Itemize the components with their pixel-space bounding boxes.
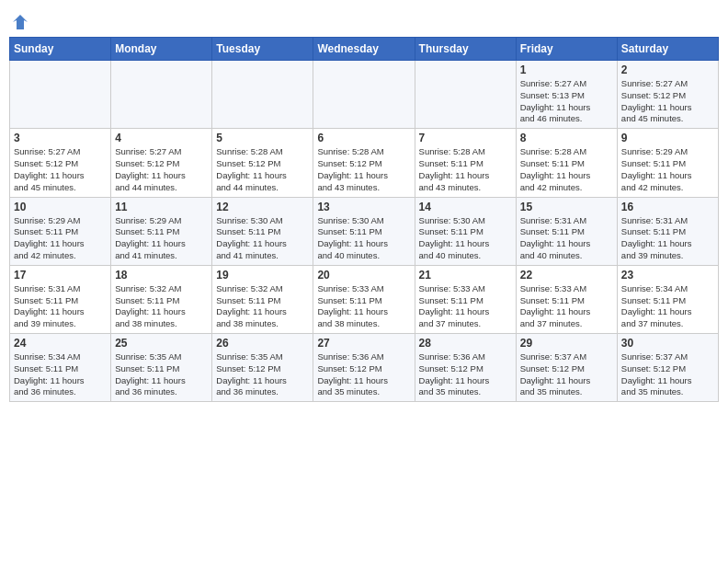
day-number: 10 bbox=[14, 201, 107, 213]
calendar-cell bbox=[111, 61, 212, 129]
day-number: 16 bbox=[621, 201, 714, 213]
calendar-cell: 15Sunrise: 5:31 AM Sunset: 5:11 PM Dayli… bbox=[516, 197, 617, 265]
day-number: 13 bbox=[317, 201, 410, 213]
day-number: 28 bbox=[419, 337, 512, 350]
svg-marker-0 bbox=[13, 15, 28, 29]
logo-bird-icon bbox=[11, 13, 29, 31]
day-number: 26 bbox=[216, 337, 309, 350]
calendar-cell bbox=[10, 61, 111, 129]
calendar-cell: 1Sunrise: 5:27 AM Sunset: 5:13 PM Daylig… bbox=[516, 61, 617, 129]
day-info: Sunrise: 5:32 AM Sunset: 5:11 PM Dayligh… bbox=[216, 283, 309, 330]
day-info: Sunrise: 5:30 AM Sunset: 5:11 PM Dayligh… bbox=[317, 215, 410, 262]
day-number: 17 bbox=[14, 269, 107, 282]
weekday-header-monday: Monday bbox=[111, 38, 212, 61]
calendar-cell: 26Sunrise: 5:35 AM Sunset: 5:12 PM Dayli… bbox=[212, 334, 313, 402]
day-number: 1 bbox=[520, 63, 613, 76]
calendar-cell: 24Sunrise: 5:34 AM Sunset: 5:11 PM Dayli… bbox=[10, 334, 111, 402]
day-number: 29 bbox=[520, 337, 613, 350]
day-number: 14 bbox=[419, 201, 512, 213]
calendar-cell: 8Sunrise: 5:28 AM Sunset: 5:11 PM Daylig… bbox=[516, 129, 617, 197]
day-info: Sunrise: 5:36 AM Sunset: 5:12 PM Dayligh… bbox=[419, 351, 512, 398]
day-info: Sunrise: 5:34 AM Sunset: 5:11 PM Dayligh… bbox=[621, 283, 714, 330]
day-info: Sunrise: 5:35 AM Sunset: 5:12 PM Dayligh… bbox=[216, 351, 309, 398]
day-info: Sunrise: 5:28 AM Sunset: 5:11 PM Dayligh… bbox=[419, 146, 512, 193]
day-info: Sunrise: 5:30 AM Sunset: 5:11 PM Dayligh… bbox=[216, 215, 309, 262]
day-number: 9 bbox=[621, 132, 714, 144]
weekday-header-tuesday: Tuesday bbox=[212, 38, 313, 61]
day-info: Sunrise: 5:28 AM Sunset: 5:12 PM Dayligh… bbox=[317, 146, 410, 193]
calendar-cell: 22Sunrise: 5:33 AM Sunset: 5:11 PM Dayli… bbox=[516, 265, 617, 333]
day-info: Sunrise: 5:31 AM Sunset: 5:11 PM Dayligh… bbox=[520, 215, 613, 262]
calendar-cell: 7Sunrise: 5:28 AM Sunset: 5:11 PM Daylig… bbox=[415, 129, 516, 197]
day-number: 24 bbox=[14, 337, 107, 350]
calendar-cell: 18Sunrise: 5:32 AM Sunset: 5:11 PM Dayli… bbox=[111, 265, 212, 333]
calendar-cell: 4Sunrise: 5:27 AM Sunset: 5:12 PM Daylig… bbox=[111, 129, 212, 197]
calendar-week-row: 17Sunrise: 5:31 AM Sunset: 5:11 PM Dayli… bbox=[10, 265, 719, 333]
day-info: Sunrise: 5:30 AM Sunset: 5:11 PM Dayligh… bbox=[419, 215, 512, 262]
calendar-cell bbox=[313, 61, 415, 129]
calendar-cell: 25Sunrise: 5:35 AM Sunset: 5:11 PM Dayli… bbox=[111, 334, 212, 402]
calendar-cell: 2Sunrise: 5:27 AM Sunset: 5:12 PM Daylig… bbox=[617, 61, 718, 129]
calendar-cell: 17Sunrise: 5:31 AM Sunset: 5:11 PM Dayli… bbox=[10, 265, 111, 333]
calendar-cell bbox=[212, 61, 313, 129]
day-info: Sunrise: 5:29 AM Sunset: 5:11 PM Dayligh… bbox=[14, 215, 107, 262]
day-info: Sunrise: 5:31 AM Sunset: 5:11 PM Dayligh… bbox=[621, 215, 714, 262]
calendar-week-row: 10Sunrise: 5:29 AM Sunset: 5:11 PM Dayli… bbox=[10, 197, 719, 265]
day-info: Sunrise: 5:31 AM Sunset: 5:11 PM Dayligh… bbox=[14, 283, 107, 330]
day-info: Sunrise: 5:36 AM Sunset: 5:12 PM Dayligh… bbox=[317, 351, 410, 398]
weekday-header-thursday: Thursday bbox=[415, 38, 516, 61]
calendar-week-row: 3Sunrise: 5:27 AM Sunset: 5:12 PM Daylig… bbox=[10, 129, 719, 197]
day-info: Sunrise: 5:29 AM Sunset: 5:11 PM Dayligh… bbox=[621, 146, 714, 193]
day-info: Sunrise: 5:27 AM Sunset: 5:12 PM Dayligh… bbox=[115, 146, 208, 193]
day-info: Sunrise: 5:29 AM Sunset: 5:11 PM Dayligh… bbox=[115, 215, 208, 262]
weekday-header-saturday: Saturday bbox=[617, 38, 718, 61]
day-number: 15 bbox=[520, 201, 613, 213]
day-number: 6 bbox=[317, 132, 410, 144]
day-number: 3 bbox=[14, 132, 107, 144]
calendar-cell: 6Sunrise: 5:28 AM Sunset: 5:12 PM Daylig… bbox=[313, 129, 415, 197]
calendar-cell: 23Sunrise: 5:34 AM Sunset: 5:11 PM Dayli… bbox=[617, 265, 718, 333]
day-info: Sunrise: 5:27 AM Sunset: 5:13 PM Dayligh… bbox=[520, 78, 613, 125]
calendar-week-row: 24Sunrise: 5:34 AM Sunset: 5:11 PM Dayli… bbox=[10, 334, 719, 402]
day-number: 19 bbox=[216, 269, 309, 282]
day-number: 18 bbox=[115, 269, 208, 282]
day-info: Sunrise: 5:33 AM Sunset: 5:11 PM Dayligh… bbox=[520, 283, 613, 330]
logo bbox=[9, 9, 29, 31]
day-number: 12 bbox=[216, 201, 309, 213]
day-number: 4 bbox=[115, 132, 208, 144]
day-info: Sunrise: 5:33 AM Sunset: 5:11 PM Dayligh… bbox=[317, 283, 410, 330]
day-number: 21 bbox=[419, 269, 512, 282]
day-number: 23 bbox=[621, 269, 714, 282]
weekday-header-sunday: Sunday bbox=[10, 38, 111, 61]
day-info: Sunrise: 5:27 AM Sunset: 5:12 PM Dayligh… bbox=[621, 78, 714, 125]
day-number: 8 bbox=[520, 132, 613, 144]
day-info: Sunrise: 5:33 AM Sunset: 5:11 PM Dayligh… bbox=[419, 283, 512, 330]
day-number: 11 bbox=[115, 201, 208, 213]
page-header bbox=[9, 9, 719, 31]
calendar-cell: 14Sunrise: 5:30 AM Sunset: 5:11 PM Dayli… bbox=[415, 197, 516, 265]
calendar-cell bbox=[415, 61, 516, 129]
calendar-cell: 12Sunrise: 5:30 AM Sunset: 5:11 PM Dayli… bbox=[212, 197, 313, 265]
calendar-cell: 29Sunrise: 5:37 AM Sunset: 5:12 PM Dayli… bbox=[516, 334, 617, 402]
calendar-cell: 11Sunrise: 5:29 AM Sunset: 5:11 PM Dayli… bbox=[111, 197, 212, 265]
calendar-cell: 16Sunrise: 5:31 AM Sunset: 5:11 PM Dayli… bbox=[617, 197, 718, 265]
calendar-cell: 13Sunrise: 5:30 AM Sunset: 5:11 PM Dayli… bbox=[313, 197, 415, 265]
day-info: Sunrise: 5:37 AM Sunset: 5:12 PM Dayligh… bbox=[621, 351, 714, 398]
day-info: Sunrise: 5:37 AM Sunset: 5:12 PM Dayligh… bbox=[520, 351, 613, 398]
day-info: Sunrise: 5:32 AM Sunset: 5:11 PM Dayligh… bbox=[115, 283, 208, 330]
day-info: Sunrise: 5:27 AM Sunset: 5:12 PM Dayligh… bbox=[14, 146, 107, 193]
day-number: 20 bbox=[317, 269, 410, 282]
calendar-cell: 3Sunrise: 5:27 AM Sunset: 5:12 PM Daylig… bbox=[10, 129, 111, 197]
day-info: Sunrise: 5:34 AM Sunset: 5:11 PM Dayligh… bbox=[14, 351, 107, 398]
calendar-cell: 30Sunrise: 5:37 AM Sunset: 5:12 PM Dayli… bbox=[617, 334, 718, 402]
calendar-cell: 20Sunrise: 5:33 AM Sunset: 5:11 PM Dayli… bbox=[313, 265, 415, 333]
calendar-cell: 5Sunrise: 5:28 AM Sunset: 5:12 PM Daylig… bbox=[212, 129, 313, 197]
day-info: Sunrise: 5:28 AM Sunset: 5:12 PM Dayligh… bbox=[216, 146, 309, 193]
calendar-cell: 9Sunrise: 5:29 AM Sunset: 5:11 PM Daylig… bbox=[617, 129, 718, 197]
calendar-cell: 27Sunrise: 5:36 AM Sunset: 5:12 PM Dayli… bbox=[313, 334, 415, 402]
day-number: 5 bbox=[216, 132, 309, 144]
day-number: 2 bbox=[621, 63, 714, 76]
day-number: 22 bbox=[520, 269, 613, 282]
weekday-header-wednesday: Wednesday bbox=[313, 38, 415, 61]
day-info: Sunrise: 5:28 AM Sunset: 5:11 PM Dayligh… bbox=[520, 146, 613, 193]
